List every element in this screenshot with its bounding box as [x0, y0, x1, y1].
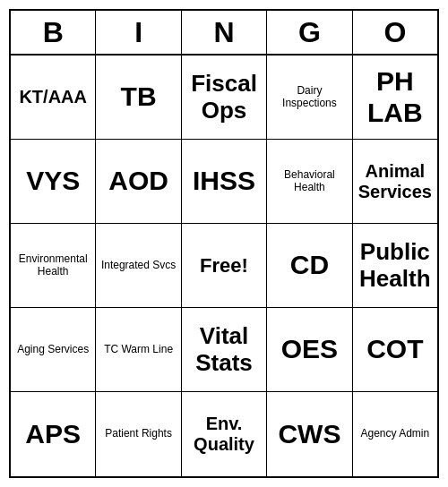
- header-letter-g: G: [267, 11, 352, 56]
- cell-3-4[interactable]: COT: [353, 308, 437, 392]
- cell-text-4-2: Env. Quality: [185, 414, 263, 455]
- cell-2-3[interactable]: CD: [267, 224, 352, 308]
- cell-text-2-1: Integrated Svcs: [101, 260, 176, 272]
- cell-1-3[interactable]: Behavioral Health: [267, 140, 352, 224]
- cell-1-2[interactable]: IHSS: [182, 140, 267, 224]
- cell-2-0[interactable]: Environmental Health: [11, 224, 96, 308]
- grid-row-1: VYSAODIHSSBehavioral HealthAnimal Servic…: [11, 140, 437, 224]
- cell-text-4-1: Patient Rights: [105, 428, 172, 440]
- cell-4-2[interactable]: Env. Quality: [182, 392, 267, 476]
- cell-text-2-0: Environmental Health: [14, 253, 91, 278]
- cell-text-4-0: APS: [25, 419, 81, 450]
- cell-3-3[interactable]: OES: [267, 308, 352, 392]
- cell-1-1[interactable]: AOD: [96, 140, 181, 224]
- cell-text-1-1: AOD: [108, 166, 168, 197]
- cell-text-1-0: VYS: [26, 166, 80, 197]
- cell-0-4[interactable]: PH LAB: [353, 56, 437, 140]
- cell-text-3-3: OES: [281, 334, 338, 365]
- cell-4-4[interactable]: Agency Admin: [353, 392, 437, 476]
- cell-text-0-4: PH LAB: [357, 66, 434, 128]
- cell-text-1-3: Behavioral Health: [271, 169, 348, 194]
- cell-text-4-4: Agency Admin: [360, 428, 429, 440]
- cell-text-0-2: Fiscal Ops: [185, 71, 263, 124]
- cell-0-3[interactable]: Dairy Inspections: [267, 56, 352, 140]
- cell-4-0[interactable]: APS: [11, 392, 96, 476]
- cell-text-3-0: Aging Services: [17, 344, 89, 356]
- grid-row-2: Environmental HealthIntegrated SvcsFree!…: [11, 224, 437, 308]
- header-letter-o: O: [353, 11, 437, 56]
- cell-0-2[interactable]: Fiscal Ops: [182, 56, 267, 140]
- cell-text-1-2: IHSS: [193, 166, 255, 197]
- header-letter-b: B: [11, 11, 96, 56]
- cell-2-1[interactable]: Integrated Svcs: [96, 224, 181, 308]
- grid-row-3: Aging ServicesTC Warm LineVital StatsOES…: [11, 308, 437, 392]
- cell-1-0[interactable]: VYS: [11, 140, 96, 224]
- bingo-grid: KT/AAATBFiscal OpsDairy InspectionsPH LA…: [11, 56, 437, 476]
- cell-4-1[interactable]: Patient Rights: [96, 392, 181, 476]
- cell-2-2[interactable]: Free!: [182, 224, 267, 308]
- cell-text-4-3: CWS: [278, 419, 340, 450]
- cell-text-0-0: KT/AAA: [19, 87, 87, 107]
- header-letter-n: N: [182, 11, 267, 56]
- cell-3-1[interactable]: TC Warm Line: [96, 308, 181, 392]
- cell-text-3-1: TC Warm Line: [104, 344, 173, 356]
- grid-row-4: APSPatient RightsEnv. QualityCWSAgency A…: [11, 392, 437, 476]
- header-letter-i: I: [96, 11, 181, 56]
- cell-text-3-2: Vital Stats: [185, 323, 263, 377]
- cell-0-0[interactable]: KT/AAA: [11, 56, 96, 140]
- grid-row-0: KT/AAATBFiscal OpsDairy InspectionsPH LA…: [11, 56, 437, 140]
- cell-text-2-4: Public Health: [357, 239, 434, 293]
- bingo-header: BINGO: [11, 11, 437, 56]
- cell-text-0-3: Dairy Inspections: [271, 85, 348, 110]
- cell-1-4[interactable]: Animal Services: [353, 140, 437, 224]
- cell-text-2-3: CD: [290, 250, 329, 281]
- cell-text-1-4: Animal Services: [357, 161, 434, 202]
- cell-3-2[interactable]: Vital Stats: [182, 308, 267, 392]
- cell-0-1[interactable]: TB: [96, 56, 181, 140]
- cell-3-0[interactable]: Aging Services: [11, 308, 96, 392]
- cell-text-3-4: COT: [366, 334, 423, 365]
- cell-text-0-1: TB: [121, 81, 157, 113]
- cell-text-2-2: Free!: [200, 254, 248, 277]
- cell-4-3[interactable]: CWS: [267, 392, 352, 476]
- cell-2-4[interactable]: Public Health: [353, 224, 437, 308]
- bingo-card: BINGO KT/AAATBFiscal OpsDairy Inspection…: [9, 9, 439, 478]
